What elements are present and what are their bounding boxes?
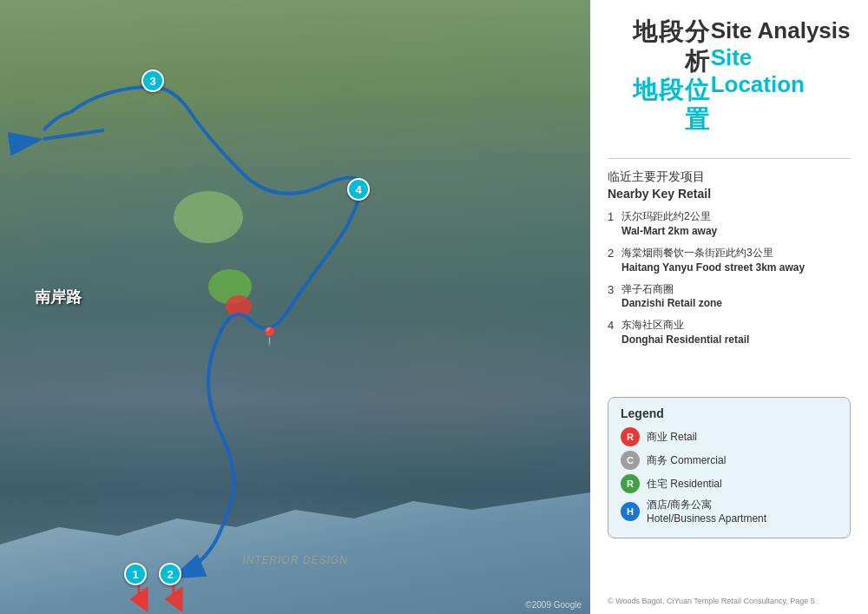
nearby-retail-section: 临近主要开发项目 Nearby Key Retail 1 沃尔玛距此约2公里 W…	[608, 169, 851, 360]
title-en-line2: Site Location	[711, 44, 851, 98]
title-cn-line2: 地段位置	[608, 76, 711, 134]
legend-text-hotel: 酒店/商务公寓Hotel/Business Apartment	[647, 498, 766, 525]
divider	[608, 158, 851, 159]
legend-text-retail: 商业 Retail	[647, 430, 697, 445]
legend-box: Legend R 商业 Retail C 商务 Commercial R 住宅 …	[608, 397, 851, 538]
legend-circle-residential: R	[621, 474, 640, 493]
retail-num-3: 3	[608, 283, 621, 296]
title-english-block: Site Analysis Site Location	[711, 17, 851, 99]
marker-4: 4	[347, 178, 370, 201]
section-title-en: Nearby Key Retail	[608, 187, 851, 201]
legend-text-commercial: 商务 Commercial	[647, 453, 726, 468]
retail-content-1: 沃尔玛距此约2公里 Wal-Mart 2km away	[621, 209, 851, 239]
list-item: 2 海棠烟雨餐饮一条街距此约3公里 Haitang Yanyu Food str…	[608, 246, 851, 275]
list-item: 1 沃尔玛距此约2公里 Wal-Mart 2km away	[608, 209, 851, 239]
legend-text-residential: 住宅 Residential	[647, 477, 722, 492]
info-panel: 地段分析 地段位置 Site Analysis Site Location 临近…	[590, 0, 868, 614]
retail-content-4: 东海社区商业 Donghai Residential retail	[621, 318, 851, 347]
legend-title: Legend	[621, 406, 838, 420]
retail-content-3: 弹子石商圈 Danzishi Retail zone	[621, 282, 851, 312]
retail-cn-4: 东海社区商业	[621, 318, 851, 333]
legend-circle-hotel: H	[621, 502, 640, 521]
section-title-cn: 临近主要开发项目	[608, 169, 851, 185]
title-chinese-block: 地段分析 地段位置	[608, 17, 711, 134]
retail-num-2: 2	[608, 247, 621, 260]
retail-num-4: 4	[608, 319, 621, 332]
legend-circle-retail: R	[621, 427, 640, 446]
retail-content-2: 海棠烟雨餐饮一条街距此约3公里 Haitang Yanyu Food stree…	[621, 246, 851, 275]
retail-cn-3: 弹子石商圈	[621, 282, 851, 297]
title-cn-line1: 地段分析	[608, 17, 711, 76]
retail-list: 1 沃尔玛距此约2公里 Wal-Mart 2km away 2 海棠烟雨餐饮一条…	[608, 209, 851, 347]
retail-en-2: Haitang Yanyu Food street 3km away	[621, 261, 851, 275]
retail-en-1: Wal-Mart 2km away	[621, 224, 851, 239]
street-label-cn: 南岸路	[35, 287, 82, 307]
list-item: 4 东海社区商业 Donghai Residential retail	[608, 318, 851, 347]
title-en-line1: Site Analysis	[711, 17, 851, 44]
route-svg	[0, 0, 590, 614]
retail-num-1: 1	[608, 210, 621, 223]
retail-en-4: Donghai Residential retail	[621, 333, 851, 347]
legend-circle-commercial: C	[621, 451, 640, 470]
footer-copyright: © Woods Bagot, CiYuan Temple Retail Cons…	[608, 593, 851, 605]
retail-en-3: Danzishi Retail zone	[621, 296, 851, 311]
title-block: 地段分析 地段位置 Site Analysis Site Location	[608, 17, 851, 134]
google-copyright: ©2009 Google	[525, 600, 582, 610]
location-pin: 📍	[259, 326, 280, 347]
legend-item-hotel: H 酒店/商务公寓Hotel/Business Apartment	[621, 498, 838, 525]
map-panel: 3 4 1 2 📍 南岸路 INTERIOR DESIGN ©2009 Goog…	[0, 0, 590, 614]
watermark: INTERIOR DESIGN	[242, 554, 348, 566]
marker-2: 2	[159, 563, 181, 585]
retail-cn-1: 沃尔玛距此约2公里	[621, 209, 851, 224]
marker-1: 1	[124, 563, 147, 585]
retail-cn-2: 海棠烟雨餐饮一条街距此约3公里	[621, 246, 851, 261]
legend-item-retail: R 商业 Retail	[621, 427, 838, 446]
list-item: 3 弹子石商圈 Danzishi Retail zone	[608, 282, 851, 312]
legend-item-residential: R 住宅 Residential	[621, 474, 838, 493]
marker-3: 3	[141, 69, 164, 92]
legend-item-commercial: C 商务 Commercial	[621, 451, 838, 470]
